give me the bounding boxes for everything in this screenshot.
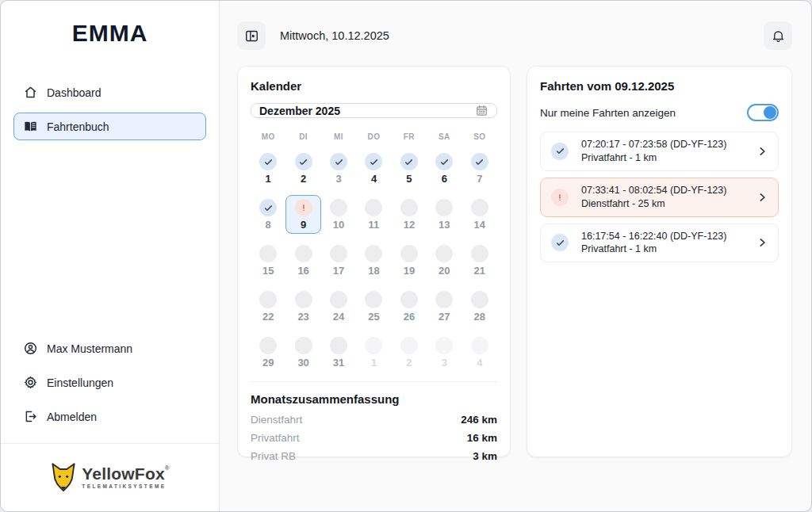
yellowfox-logo: YellowFox® TELEMATIKSYSTEME bbox=[50, 462, 169, 494]
calendar-day[interactable]: 19 bbox=[392, 241, 427, 280]
calendar-day[interactable]: 7 bbox=[462, 149, 497, 188]
summary-value: 3 km bbox=[473, 450, 497, 462]
calendar-day[interactable]: 26 bbox=[392, 287, 427, 326]
day-number: 28 bbox=[474, 311, 485, 323]
check-icon bbox=[551, 234, 569, 251]
empty-day-icon bbox=[295, 245, 312, 262]
calendar-day[interactable]: 31 bbox=[321, 333, 356, 372]
calendar-day[interactable]: 8 bbox=[251, 195, 285, 234]
calendar-day[interactable]: 25 bbox=[356, 287, 391, 326]
day-number: 1 bbox=[371, 357, 377, 369]
calendar-day[interactable]: 18 bbox=[356, 241, 391, 280]
calendar-day[interactable]: 17 bbox=[321, 241, 356, 280]
summary-row: Dienstfahrt246 km bbox=[251, 414, 497, 426]
calendar-day[interactable]: 28 bbox=[462, 287, 497, 326]
sidebar-item-user[interactable]: Max Mustermann bbox=[13, 334, 206, 362]
summary-value: 246 km bbox=[461, 414, 497, 426]
calendar-day[interactable]: 2 bbox=[285, 149, 320, 188]
calendar-day[interactable]: 11 bbox=[356, 195, 391, 234]
my-rides-toggle[interactable] bbox=[747, 104, 779, 121]
month-select[interactable]: Dezember 2025 bbox=[251, 103, 497, 118]
sidebar-item-dashboard[interactable]: Dashboard bbox=[13, 78, 206, 106]
summary-rows: Dienstfahrt246 kmPrivatfahrt16 kmPrivat … bbox=[251, 414, 497, 462]
empty-day-icon bbox=[259, 245, 277, 262]
calendar-heading: Kalender bbox=[251, 79, 497, 93]
calendar-day[interactable]: 14 bbox=[462, 195, 497, 234]
calendar-day[interactable]: 27 bbox=[427, 287, 462, 326]
book-icon bbox=[23, 119, 38, 134]
calendar-day[interactable]: 6 bbox=[427, 149, 462, 188]
empty-day-icon bbox=[435, 291, 453, 308]
weekday-label: MI bbox=[321, 132, 356, 141]
empty-day-icon bbox=[471, 291, 488, 308]
calendar-day[interactable]: 22 bbox=[251, 287, 285, 326]
calendar-day[interactable]: 23 bbox=[285, 287, 320, 326]
weekday-label: DI bbox=[285, 132, 320, 141]
day-number: 30 bbox=[297, 357, 308, 369]
day-number: 27 bbox=[439, 311, 450, 323]
empty-day-icon bbox=[400, 337, 418, 354]
sidebar-item-label: Einstellungen bbox=[47, 376, 113, 389]
calendar-day[interactable]: 30 bbox=[285, 333, 320, 372]
day-number: 21 bbox=[474, 265, 485, 277]
check-icon bbox=[400, 153, 418, 170]
calendar-day[interactable]: 21 bbox=[462, 241, 497, 280]
calendar-day[interactable]: 2 bbox=[392, 333, 427, 372]
check-icon bbox=[259, 199, 277, 216]
calendar-day[interactable]: 29 bbox=[251, 333, 285, 372]
summary-heading: Monatszusammenfassung bbox=[251, 392, 497, 406]
summary-value: 16 km bbox=[467, 432, 497, 444]
calendar-day[interactable]: 5 bbox=[392, 149, 427, 188]
empty-day-icon bbox=[435, 245, 453, 262]
day-number: 4 bbox=[477, 357, 482, 369]
check-icon bbox=[471, 153, 488, 170]
day-number: 24 bbox=[333, 311, 344, 323]
brand-name: YellowFox bbox=[82, 464, 165, 483]
calendar-day[interactable]: 12 bbox=[392, 195, 427, 234]
toggle-knob bbox=[764, 106, 776, 119]
calendar-day[interactable]: 15 bbox=[251, 241, 285, 280]
calendar-day[interactable]: 3 bbox=[427, 333, 462, 372]
fox-icon bbox=[50, 462, 77, 494]
sidebar-item-label: Dashboard bbox=[47, 86, 102, 99]
day-number: 13 bbox=[439, 219, 450, 231]
panel-left-icon bbox=[244, 29, 259, 44]
calendar-day[interactable]: 3 bbox=[321, 149, 356, 188]
current-date: Mittwoch, 10.12.2025 bbox=[280, 29, 389, 42]
calendar-day[interactable]: 20 bbox=[427, 241, 462, 280]
calendar-day[interactable]: 24 bbox=[321, 287, 356, 326]
ride-entry[interactable]: 07:20:17 - 07:23:58 (DD-YF-123)Privatfah… bbox=[540, 132, 779, 171]
chevron-right-icon bbox=[756, 192, 768, 203]
sidebar-item-logout[interactable]: Abmelden bbox=[13, 403, 206, 430]
calendar-day[interactable]: 1 bbox=[356, 333, 391, 372]
ride-time: 07:33:41 - 08:02:54 (DD-YF-123) bbox=[581, 184, 726, 197]
content: Kalender Dezember 2025 MODIMIDOFRSASO 12… bbox=[237, 66, 792, 457]
ride-entry[interactable]: 16:17:54 - 16:22:40 (DD-YF-123)Privatfah… bbox=[540, 224, 779, 263]
rides-card: Fahrten vom 09.12.2025 Nur meine Fahrten… bbox=[527, 66, 792, 457]
summary-label: Privat RB bbox=[251, 450, 296, 462]
calendar-day[interactable]: 10 bbox=[321, 195, 356, 234]
day-number: 15 bbox=[262, 265, 274, 277]
empty-day-icon bbox=[365, 337, 382, 354]
calendar-day[interactable]: 13 bbox=[427, 195, 462, 234]
sidebar-item-fahrtenbuch[interactable]: Fahrtenbuch bbox=[13, 113, 206, 140]
sidebar-toggle-button[interactable] bbox=[237, 21, 266, 50]
check-icon bbox=[295, 153, 312, 170]
calendar-day[interactable]: 1 bbox=[251, 149, 285, 188]
empty-day-icon bbox=[330, 245, 347, 262]
rides-heading: Fahrten vom 09.12.2025 bbox=[540, 79, 779, 93]
empty-day-icon bbox=[365, 291, 382, 308]
ride-time: 16:17:54 - 16:22:40 (DD-YF-123) bbox=[581, 230, 726, 243]
filter-label: Nur meine Fahrten anzeigen bbox=[540, 107, 676, 119]
ride-entry[interactable]: 07:33:41 - 08:02:54 (DD-YF-123)Dienstfah… bbox=[540, 178, 779, 217]
sidebar-item-settings[interactable]: Einstellungen bbox=[13, 369, 206, 396]
rides-filter-row: Nur meine Fahrten anzeigen bbox=[540, 104, 779, 121]
notifications-button[interactable] bbox=[764, 21, 792, 50]
calendar-day[interactable]: 4 bbox=[462, 333, 497, 372]
calendar-day[interactable]: 4 bbox=[356, 149, 391, 188]
day-number: 20 bbox=[439, 265, 450, 277]
calendar-day[interactable]: 9 bbox=[285, 195, 320, 234]
check-icon bbox=[365, 153, 382, 170]
empty-day-icon bbox=[330, 291, 347, 308]
calendar-day[interactable]: 16 bbox=[285, 241, 320, 280]
